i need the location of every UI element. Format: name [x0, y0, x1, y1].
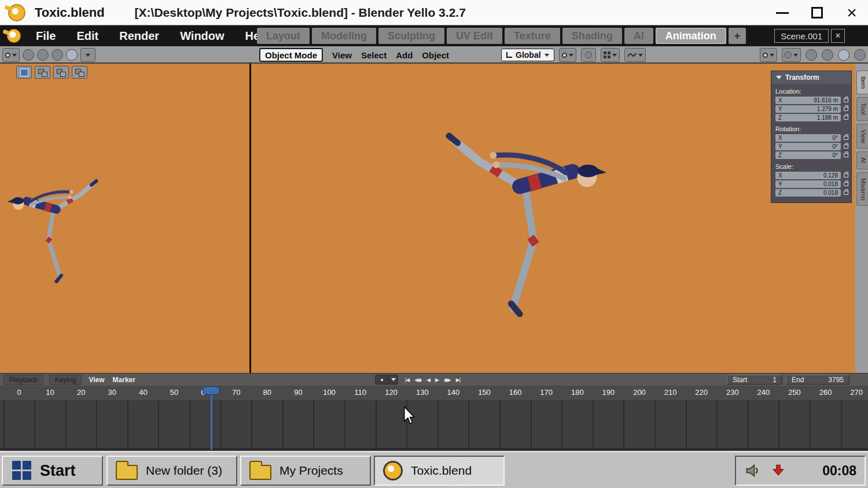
menu-render[interactable]: Render	[119, 29, 159, 43]
taskbar-button-label: New folder (3)	[146, 464, 222, 478]
transform-field-rotationx[interactable]: X0°	[775, 134, 841, 142]
taskbar-button-new-folder-3[interactable]: New folder (3)	[106, 456, 237, 486]
character-model[interactable]	[2, 178, 100, 286]
timeline-menu-marker[interactable]: Marker	[112, 375, 137, 385]
menu-edit[interactable]: Edit	[76, 29, 98, 43]
snap-magnet-icon[interactable]	[559, 48, 576, 62]
sidebar-tab-mixamo[interactable]: Mixamo	[856, 172, 868, 206]
transform-field-locationy[interactable]: Y1.279 m	[775, 105, 841, 113]
object-mode-dropdown[interactable]: Object Mode	[259, 48, 323, 62]
lock-icon[interactable]	[844, 182, 848, 186]
sidebar-tab-view[interactable]: View	[856, 124, 868, 149]
window-layout-icon-1[interactable]	[16, 66, 32, 79]
timeline-menu-view[interactable]: View	[87, 375, 105, 385]
transform-field-rotationz[interactable]: Z0°	[775, 151, 841, 159]
auto-keying-dropdown[interactable]	[389, 375, 398, 385]
lock-icon[interactable]	[844, 116, 848, 120]
mode-circle-icon-3[interactable]	[52, 49, 63, 61]
shading-wireframe-icon[interactable]	[806, 49, 817, 61]
sidebar-tab-item[interactable]: Item	[856, 71, 868, 94]
frame-start-label: Start	[733, 376, 747, 384]
editor-type-icon[interactable]	[2, 48, 20, 62]
tab-animation[interactable]: Animation	[656, 28, 726, 44]
object-mode-area: Object Mode ViewSelectAddObject	[259, 48, 449, 62]
transform-panel-header[interactable]: Transform	[771, 71, 851, 84]
tab-modeling[interactable]: Modeling	[312, 28, 376, 44]
tab-ai[interactable]: AI	[624, 28, 653, 44]
transform-field-locationx[interactable]: X91.616 m	[775, 97, 841, 104]
frame-tick-120: 120	[385, 388, 398, 397]
window-layout-icon-2[interactable]	[35, 66, 50, 79]
play-button[interactable]: ▶	[435, 377, 439, 383]
sidebar-tab-tool[interactable]: Tool	[856, 97, 868, 120]
lock-icon[interactable]	[844, 145, 848, 149]
auto-keying-button[interactable]: ●	[375, 375, 389, 385]
next-keyframe-button[interactable]: ◆▶	[444, 377, 451, 383]
download-icon[interactable]	[771, 463, 786, 479]
play-reverse-button[interactable]: ◀	[426, 377, 430, 383]
mode-circle-icon-2[interactable]	[37, 49, 49, 61]
falloff-dropdown[interactable]	[624, 48, 646, 62]
start-button[interactable]: Start	[2, 456, 103, 486]
lock-icon[interactable]	[844, 153, 848, 157]
playhead-handle[interactable]	[203, 386, 220, 395]
mode-dropdown[interactable]	[80, 48, 95, 62]
proportional-editing-icon[interactable]	[581, 48, 596, 62]
timeline-ruler[interactable]: 0102030405060708090100110120130140150160…	[0, 386, 868, 400]
transform-field-locationz[interactable]: Z1.188 m	[775, 114, 841, 121]
transform-orientation-dropdown[interactable]: Global	[501, 49, 554, 61]
transform-field-scaley[interactable]: Y0.018	[775, 180, 841, 188]
lock-icon[interactable]	[844, 173, 848, 178]
lock-icon[interactable]	[844, 136, 848, 140]
tab-layout[interactable]: Layout	[257, 28, 310, 44]
sidebar-tab-ai[interactable]: AI	[856, 151, 868, 169]
tab-texture[interactable]: Texture	[505, 28, 560, 44]
character-model[interactable]	[443, 131, 616, 321]
overlays-icon[interactable]	[782, 48, 801, 62]
tab-sculpting[interactable]: Sculpting	[378, 28, 444, 44]
tab-uv-edit[interactable]: UV Edit	[447, 28, 502, 44]
viewport-menu-select[interactable]: Select	[361, 50, 387, 60]
viewport-menu-view[interactable]: View	[332, 50, 352, 60]
taskbar-button-toxic-blend[interactable]: Toxic.blend	[374, 456, 505, 486]
tab-shading[interactable]: Shading	[562, 28, 622, 44]
menu-window[interactable]: Window	[180, 29, 224, 43]
blender-menu-icon[interactable]	[7, 29, 21, 43]
viewport-right[interactable]	[251, 64, 855, 373]
taskbar-button-my-projects[interactable]: My Projects	[240, 456, 371, 486]
timeline-menu-keying[interactable]: Keying	[49, 375, 82, 385]
viewport-left[interactable]	[0, 64, 249, 373]
viewport-menu-add[interactable]: Add	[396, 50, 413, 60]
jump-to-start-button[interactable]: |◀	[405, 377, 409, 383]
scene-close-button[interactable]: ×	[831, 29, 845, 43]
transform-field-scalex[interactable]: X0.128	[775, 172, 841, 179]
lock-icon[interactable]	[844, 107, 848, 111]
add-workspace-button[interactable]: +	[729, 28, 746, 44]
volume-icon[interactable]	[744, 463, 762, 479]
prev-keyframe-button[interactable]: ◀◆	[414, 377, 421, 383]
lock-icon[interactable]	[844, 191, 848, 195]
window-layout-icon-3[interactable]	[53, 66, 69, 79]
mode-circle-icon-4[interactable]	[66, 49, 78, 61]
mode-circle-icon-1[interactable]	[23, 49, 34, 61]
maximize-button[interactable]	[807, 2, 827, 23]
scene-name-field[interactable]: Scene.001	[774, 29, 829, 43]
minimize-button[interactable]	[772, 2, 793, 23]
menu-file[interactable]: File	[36, 29, 56, 43]
gizmo-icon[interactable]	[760, 48, 777, 62]
frame-end-field[interactable]: End 3795	[786, 375, 849, 385]
frame-start-field[interactable]: Start 1	[727, 375, 782, 385]
transform-field-scalez[interactable]: Z0.018	[775, 189, 841, 197]
jump-to-end-button[interactable]: ▶|	[456, 377, 460, 383]
viewport-menu-object[interactable]: Object	[422, 50, 449, 60]
transform-field-rotationy[interactable]: Y0°	[775, 143, 841, 150]
shading-rendered-icon[interactable]	[854, 49, 866, 61]
timeline-tracks[interactable]	[0, 400, 868, 450]
shading-solid-icon[interactable]	[822, 49, 833, 61]
timeline-menu-playback[interactable]: Playback	[3, 375, 43, 385]
pivot-point-icon[interactable]	[601, 48, 620, 62]
close-button[interactable]: ×	[841, 2, 862, 23]
lock-icon[interactable]	[844, 98, 848, 102]
shading-material-icon[interactable]	[838, 49, 849, 61]
window-layout-icon-4[interactable]	[72, 66, 87, 79]
